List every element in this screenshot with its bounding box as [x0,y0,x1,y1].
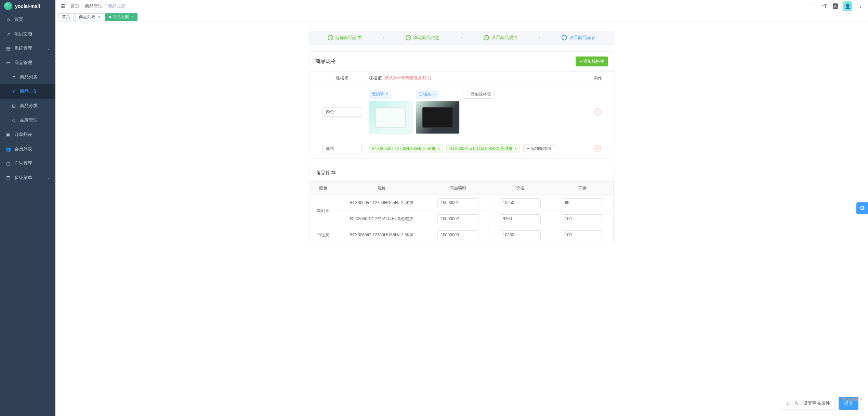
price-input[interactable] [500,214,541,223]
logo-area: youlai-mall [0,0,55,12]
col-spec-name: 规格名 [315,75,369,81]
tab-goods-add[interactable]: 商品上架× [105,13,137,21]
spec-value-tag[interactable]: RTX3050tTi/12代5/144Hz高色域屏× [446,144,520,153]
col-color: 颜色 [310,182,336,195]
sidebar-item-multi[interactable]: ☰多级菜单⌄ [0,171,55,185]
header: ☰ 首页 / 商品管理 / 商品上架 ⛶ тT A 👤 ⌄ [55,0,868,12]
phone-icon: ▭ [5,60,11,65]
sidebar-item-ads[interactable]: ▢广告管理 [0,156,55,171]
external-link-icon: ↗ [5,31,11,37]
sidebar-item-system[interactable]: ▤系统管理⌄ [0,41,55,55]
textsize-icon[interactable]: тT [821,3,828,10]
spec-value-tag[interactable]: 魔幻青× [369,90,391,99]
qty-input[interactable] [562,198,603,207]
tag-icon: ◇ [11,118,16,123]
breadcrumb: 首页 / 商品管理 / 商品上架 [70,3,126,9]
spec-image-1[interactable] [369,101,412,134]
language-icon[interactable]: A [833,3,838,9]
users-icon: 👥 [5,147,11,152]
add-spec-value-button[interactable]: +添加规格值 [463,90,495,99]
check-icon: ✓ [406,35,411,40]
plus-icon: + [467,92,469,97]
stock-card: 商品库存 颜色 规格 商品编码 价格 库存 魔幻青 [310,165,614,243]
spec-name-input[interactable] [322,144,362,153]
main-menu: ⊙首页 ↗项目文档 ▤系统管理⌄ ▭商品管理⌃ ≡商品列表 ⇧商品上架 ⊞商品分… [0,12,55,416]
watermark: Yuucn.com [842,397,862,402]
col-spec-val: 规格值 [369,75,382,81]
close-icon[interactable]: × [386,92,388,96]
sidebar-item-goods[interactable]: ▭商品管理⌃ [0,55,55,70]
chevron-up-icon: ⌃ [47,61,50,65]
plus-icon: + [527,146,529,151]
code-input[interactable] [437,198,478,207]
avatar[interactable]: 👤 [843,1,852,11]
list-icon: ≡ [11,75,16,80]
delete-spec-button[interactable]: − [594,108,602,116]
close-icon[interactable]: × [132,15,134,19]
prev-step-button[interactable]: 上一步，设置商品属性 [780,397,836,410]
add-spec-button[interactable]: +添加规格项 [576,56,608,66]
qty-input[interactable] [562,230,603,239]
menu-icon: ☰ [5,175,11,180]
sidebar-item-docs[interactable]: ↗项目文档 [0,27,55,41]
step-1: ✓选择商品分类 [310,35,380,41]
sidebar-item-members[interactable]: 👥会员列表 [0,142,55,156]
col-spec: 规格 [336,182,427,195]
tab-goods-list[interactable]: 商品列表× [75,13,104,21]
close-icon[interactable]: × [438,147,440,151]
step-indicator: ✓选择商品分类 › ✓填写商品信息 › ✓设置商品属性 › 设置商品库存 [310,31,614,45]
logo-icon [4,2,12,10]
code-input[interactable] [437,230,478,239]
close-icon[interactable]: × [515,147,517,151]
category-icon: ⊞ [11,103,16,109]
cell-spec: RTX3050tTi/12代5/144Hz高色域屏 [336,211,427,227]
hamburger-toggle[interactable]: ☰ [60,3,66,10]
tab-home[interactable]: 首页 [58,13,74,21]
breadcrumb-mid[interactable]: 商品管理 [85,3,103,9]
sidebar: youlai-mall ⊙首页 ↗项目文档 ▤系统管理⌄ ▭商品管理⌃ ≡商品列… [0,0,55,416]
sidebar-item-home[interactable]: ⊙首页 [0,12,55,27]
sidebar-item-goods-add[interactable]: ⇧商品上架 [0,84,55,99]
col-qty: 库存 [551,182,614,195]
close-icon[interactable]: × [433,92,435,96]
cell-color: 日蚀灰 [310,227,336,243]
app-name: youlai-mall [15,3,40,9]
table-row: 魔幻青 RTX3060/i7-12700H/165Hz 2.5K屏 [310,195,614,211]
server-icon: ▤ [5,46,11,51]
spec-value-tag[interactable]: 日蚀灰× [416,90,438,99]
add-spec-value-button[interactable]: +添加规格值 [523,144,555,153]
close-icon[interactable]: × [98,15,100,19]
qty-input[interactable] [562,214,603,223]
table-row: RTX3050tTi/12代5/144Hz高色域屏 [310,211,614,227]
stock-table: 颜色 规格 商品编码 价格 库存 魔幻青 RTX3060/i7-12700H/1… [310,181,614,243]
circle-icon [562,35,567,40]
chevron-down-icon[interactable]: ⌄ [857,3,864,10]
delete-spec-button[interactable]: − [594,145,602,152]
sidebar-item-brand[interactable]: ◇品牌管理 [0,113,55,127]
cell-color: 魔幻青 [310,195,336,227]
spec-value-tag[interactable]: RTX3060/i7-12700H/165Hz 2.5K屏× [369,144,443,153]
spec-image-2[interactable] [416,101,460,134]
fullscreen-icon[interactable]: ⛶ [810,3,816,10]
chevron-down-icon: ⌄ [47,176,50,180]
chevron-down-icon: ⌄ [47,47,50,50]
clipboard-icon: ▣ [5,132,11,137]
sidebar-item-orders[interactable]: ▣订单列表 [0,127,55,142]
tabs-bar: 首页 商品列表× 商品上架× [55,12,868,22]
cell-spec: RTX3060/i7-12700H/165Hz 2.5K屏 [336,195,427,211]
file-icon: ▢ [5,161,11,166]
col-price: 价格 [489,182,551,195]
sidebar-item-goods-cat[interactable]: ⊞商品分类 [0,99,55,113]
plus-icon: + [580,59,582,64]
step-2: ✓填写商品信息 [388,35,458,41]
spec-name-input[interactable] [322,107,362,117]
sidebar-item-goods-list[interactable]: ≡商品列表 [0,70,55,84]
price-input[interactable] [500,198,541,207]
settings-float-button[interactable]: ⚙ [856,202,868,214]
price-input[interactable] [500,230,541,239]
code-input[interactable] [437,214,478,223]
spec-title: 商品规格 [315,58,336,65]
spec-card: 商品规格 +添加规格项 规格名 规格值(默认第一条规格包含图片) 操作 魔幻青× [310,51,614,159]
breadcrumb-home[interactable]: 首页 [70,3,79,9]
check-icon: ✓ [484,35,489,40]
